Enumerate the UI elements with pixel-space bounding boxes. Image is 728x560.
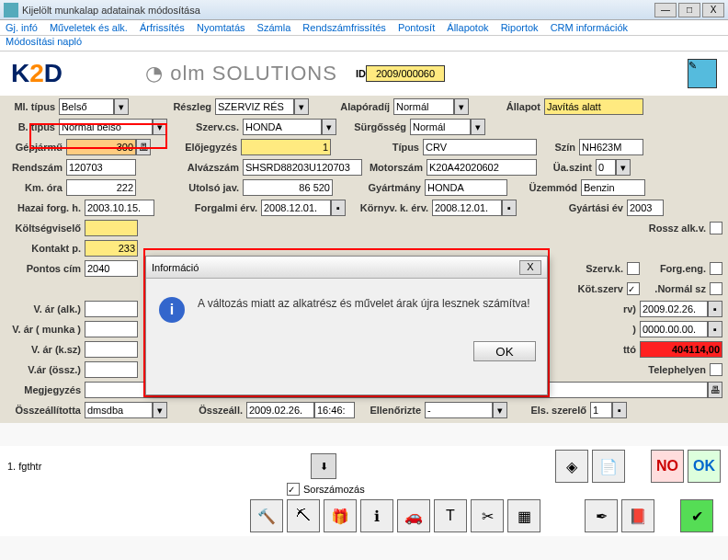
utolsojav-label: Utolsó jav. <box>136 182 243 193</box>
menu-arfrissites[interactable]: Árfrissítés <box>140 22 185 33</box>
surgosseg-dropdown[interactable]: ▾ <box>471 119 485 135</box>
ellenorizte-field[interactable] <box>425 402 493 418</box>
tool-green-icon[interactable]: ✔ <box>680 499 713 532</box>
b-tipus-field[interactable] <box>59 119 153 135</box>
sorszamozas-label: Sorszámozás <box>303 484 365 495</box>
toolbar-icon-1[interactable]: ◈ <box>555 450 588 483</box>
kotszerv-label: Köt.szerv <box>577 283 627 294</box>
rv-date-field[interactable] <box>640 301 708 317</box>
tool-info-icon[interactable]: ℹ <box>360 499 393 532</box>
osszeall2-time[interactable] <box>314 402 355 418</box>
gepjarmu-field[interactable] <box>66 139 136 155</box>
b-tipus-dropdown[interactable]: ▾ <box>153 119 167 135</box>
tool-scissors-icon[interactable]: ✂ <box>471 499 504 532</box>
kontaktp-field[interactable] <box>85 240 138 257</box>
osszeall-dropdown[interactable]: ▾ <box>153 402 167 418</box>
pontoscim-field[interactable] <box>85 260 138 277</box>
hazaiforg-field[interactable] <box>85 200 154 216</box>
ml-tipus-field[interactable] <box>59 98 114 115</box>
zero-date-field[interactable] <box>640 321 708 337</box>
tool-axe-icon[interactable]: ⛏ <box>287 499 320 532</box>
rendszam-field[interactable] <box>66 159 136 176</box>
tool-car-icon[interactable]: 🚗 <box>397 499 430 532</box>
var-munka-field[interactable] <box>85 321 138 337</box>
ml-tipus-dropdown[interactable]: ▾ <box>114 98 129 115</box>
osszeall-field[interactable] <box>85 402 153 418</box>
utolsojav-field[interactable] <box>243 179 333 196</box>
menu-szamla[interactable]: Számla <box>257 22 291 33</box>
sorszamozas-check[interactable] <box>287 483 300 496</box>
kmora-field[interactable] <box>66 179 136 196</box>
kornykerv-field[interactable] <box>432 200 502 216</box>
szervcs-dropdown[interactable]: ▾ <box>322 119 336 135</box>
reszleg-field[interactable] <box>215 98 294 115</box>
menu-muveletek[interactable]: Műveletek és alk. <box>50 22 128 33</box>
alvazszam-field[interactable] <box>243 159 362 176</box>
motorszam-field[interactable] <box>427 159 537 176</box>
reszleg-dropdown[interactable]: ▾ <box>294 98 309 115</box>
menu-nyomtatas[interactable]: Nyomtatás <box>197 22 245 33</box>
koltsegviselo-field[interactable] <box>85 220 138 236</box>
uzemmod-field[interactable] <box>581 179 645 196</box>
kornykerv-label: Környv. k. érv. <box>346 202 432 213</box>
var-ksz-field[interactable] <box>85 341 138 358</box>
alaporadij-field[interactable] <box>393 98 454 115</box>
alaporadij-label: Alapóradíj <box>309 101 393 112</box>
gyartasiev-label: Gyártási év <box>517 202 627 213</box>
maximize-button[interactable]: □ <box>678 3 700 17</box>
edit-button[interactable]: ✎ <box>688 59 717 88</box>
menu-modositasi-naplo[interactable]: Módosítási napló <box>6 36 82 47</box>
telephelyen-check[interactable] <box>710 363 722 376</box>
tool-hammer-icon[interactable]: 🔨 <box>250 499 283 532</box>
osszeall2-label: Összeáll. <box>167 405 246 416</box>
forgalmierv-btn[interactable]: ▪ <box>331 200 346 216</box>
osszeall2-date[interactable] <box>246 402 314 418</box>
menu-riportok[interactable]: Riportok <box>501 22 539 33</box>
menu-gj-info[interactable]: Gj. infó <box>6 22 38 33</box>
ok-button[interactable]: OK <box>688 450 721 483</box>
ellenorizte-dropdown[interactable]: ▾ <box>493 402 507 418</box>
szervcs-field[interactable] <box>243 119 322 135</box>
forgalmierv-field[interactable] <box>261 200 331 216</box>
gyartmany-field[interactable] <box>425 179 507 196</box>
gyartasiev-field[interactable] <box>627 200 664 216</box>
menu-allapotok[interactable]: Állapotok <box>447 22 488 33</box>
rosszalkv-check[interactable] <box>710 222 722 234</box>
menu-crm[interactable]: CRM információk <box>551 22 628 33</box>
uaszint-dropdown[interactable]: ▾ <box>616 159 631 176</box>
szervk-check[interactable] <box>627 262 640 275</box>
close-button[interactable]: X <box>702 3 724 17</box>
gepjarmu-btn[interactable]: 🖶 <box>136 139 151 155</box>
rv-date-btn[interactable]: ▪ <box>708 301 722 317</box>
forgeng-check[interactable] <box>710 262 722 275</box>
kornykerv-btn[interactable]: ▪ <box>502 200 517 216</box>
tipus-field[interactable] <box>423 139 537 155</box>
minimize-button[interactable]: — <box>654 3 677 17</box>
zero-date-btn[interactable]: ▪ <box>708 321 722 337</box>
szin-field[interactable] <box>579 139 643 155</box>
no-button[interactable]: NO <box>651 450 684 483</box>
kotszerv-check[interactable] <box>627 282 640 295</box>
down-arrow-button[interactable]: ⬇ <box>311 453 336 479</box>
elojegyzes-field[interactable] <box>241 139 331 155</box>
tool-gift-icon[interactable]: 🎁 <box>324 499 357 532</box>
tool-grid-icon[interactable]: ▦ <box>507 499 540 532</box>
toolbar-icon-2[interactable]: 📄 <box>592 450 625 483</box>
menu-rendszam[interactable]: Rendszámfrissítés <box>302 22 385 33</box>
menu-pontosit[interactable]: Pontosít <box>398 22 435 33</box>
var-alk-field[interactable] <box>85 301 138 317</box>
tool-test-icon[interactable]: T <box>434 499 467 532</box>
dialog-close-button[interactable]: X <box>519 260 541 275</box>
elsszerelo-btn[interactable]: ▪ <box>612 402 627 418</box>
uaszint-field[interactable] <box>596 159 616 176</box>
kontaktp-label: Kontakt p. <box>6 243 85 254</box>
normalsz-check[interactable] <box>710 282 722 295</box>
alaporadij-dropdown[interactable]: ▾ <box>454 98 469 115</box>
dialog-ok-button[interactable]: OK <box>473 341 536 361</box>
tool-pen-icon[interactable]: ✒ <box>585 499 618 532</box>
megjegyzes-btn[interactable]: 🖶 <box>708 382 722 398</box>
surgosseg-field[interactable] <box>410 119 471 135</box>
var-ossz-field[interactable] <box>85 361 138 378</box>
tool-book-icon[interactable]: 📕 <box>621 499 654 532</box>
elsszerelo-field[interactable] <box>590 402 612 418</box>
